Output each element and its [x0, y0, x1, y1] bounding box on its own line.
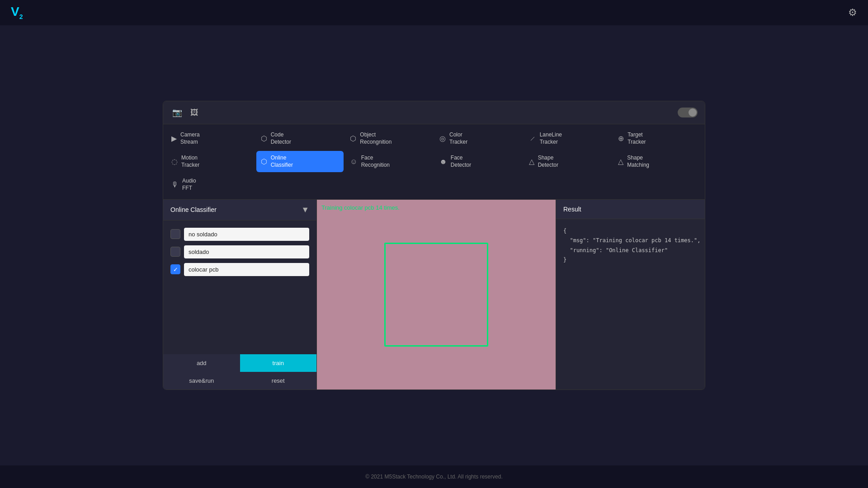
object-recognition-icon: ⬡	[350, 134, 356, 143]
nav-label-laneline-2: Tracker	[540, 139, 562, 146]
left-panel: Online Classifier ▼	[163, 200, 317, 389]
classifier-checkbox-3[interactable]	[170, 264, 180, 274]
panel-collapse-icon[interactable]: ▼	[301, 205, 309, 215]
nav-label-motion-2: Tracker	[181, 162, 199, 169]
target-tracker-icon: ⊕	[618, 134, 624, 143]
main-content: 📷 🖼 ▶ Camera Stream ⬡ Code Detector	[0, 25, 868, 465]
nav-item-online-classifier[interactable]: ⬡ Online Classifier	[256, 151, 344, 172]
nav-item-shape-detector[interactable]: △ Shape Detector	[524, 151, 612, 172]
face-detector-icon: ☻	[439, 158, 447, 166]
topbar: V2 ⚙	[0, 0, 868, 25]
shape-detector-icon: △	[529, 157, 534, 166]
nav-label-online-2: Classifier	[271, 162, 293, 169]
laneline-tracker-icon: ⟋	[529, 135, 536, 143]
nav-label-target-2: Tracker	[627, 139, 646, 146]
nav-item-object-recognition[interactable]: ⬡ Object Recongnition	[345, 128, 433, 149]
body-area: Online Classifier ▼	[163, 200, 705, 389]
image-gallery-button[interactable]: 🖼	[189, 106, 200, 119]
training-message: Training colocar pcb 14 times.	[321, 204, 400, 211]
nav-label-color-2: Tracker	[449, 139, 467, 146]
result-body: { "msg": "Training colocar pcb 14 times.…	[556, 219, 705, 389]
nav-item-shape-matching[interactable]: △ Shape Matching	[613, 151, 701, 172]
detection-rect	[384, 243, 488, 347]
camera-stream-icon: ▶	[171, 134, 177, 143]
classifier-input-2[interactable]	[184, 245, 309, 258]
classifier-input-3[interactable]	[184, 263, 309, 276]
nav-label-color-1: Color	[449, 131, 467, 139]
nav-label-online-1: Online	[271, 155, 293, 162]
toolbar-icons: 📷 🖼	[170, 106, 200, 119]
reset-button[interactable]: reset	[240, 372, 317, 389]
nav-label-face-det-2: Detector	[451, 162, 471, 169]
result-panel: Result { "msg": "Training colocar pcb 14…	[556, 200, 705, 389]
train-button[interactable]: train	[240, 354, 317, 372]
add-button[interactable]: add	[163, 354, 240, 372]
online-classifier-icon: ⬡	[261, 157, 267, 166]
nav-label-object-2: Recongnition	[360, 139, 392, 146]
classifier-item-2	[170, 245, 309, 258]
nav-item-camera-stream[interactable]: ▶ Camera Stream	[167, 128, 255, 149]
nav-label-face-recog-2: Recognition	[361, 162, 390, 169]
nav-label-laneline-1: LaneLine	[540, 131, 562, 139]
logo-sub: 2	[19, 13, 23, 20]
nav-label-audio-2: FFT	[182, 185, 196, 192]
footer: © 2021 M5Stack Technology Co., Ltd. All …	[0, 465, 868, 488]
nav-label-shape-det-2: Detector	[538, 162, 558, 169]
window-toolbar: 📷 🖼	[163, 101, 705, 124]
nav-label-motion-1: Motion	[181, 155, 199, 162]
motion-tracker-icon: ◌	[171, 157, 178, 166]
nav-item-target-tracker[interactable]: ⊕ Target Tracker	[613, 128, 701, 149]
nav-label-shape-match-1: Shape	[627, 155, 649, 162]
footer-text: © 2021 M5Stack Technology Co., Ltd. All …	[365, 474, 502, 480]
nav-label-code-1: Code	[271, 131, 291, 139]
nav-item-face-detector[interactable]: ☻ Face Detector	[435, 151, 523, 172]
panel-buttons: add train save&run reset	[163, 354, 316, 389]
nav-item-color-tracker[interactable]: ◎ Color Tracker	[435, 128, 523, 149]
nav-item-audio-fft[interactable]: 🎙 Audio FFT	[167, 174, 255, 195]
settings-icon[interactable]: ⚙	[848, 7, 857, 19]
nav-label-face-recog-1: Face	[361, 155, 390, 162]
camera-capture-button[interactable]: 📷	[170, 106, 184, 119]
camera-area: Training colocar pcb 14 times.	[317, 200, 556, 389]
panel-header: Online Classifier ▼	[163, 200, 316, 221]
nav-label-shape-det-1: Shape	[538, 155, 558, 162]
result-title: Result	[563, 206, 581, 213]
result-json: { "msg": "Training colocar pcb 14 times.…	[563, 226, 698, 265]
nav-label-camera-stream-1: Camera	[180, 131, 200, 139]
classifier-item-1	[170, 228, 309, 241]
classifier-checkbox-2[interactable]	[170, 247, 180, 257]
nav-item-code-detector[interactable]: ⬡ Code Detector	[256, 128, 344, 149]
nav-label-code-2: Detector	[271, 139, 291, 146]
app-window: 📷 🖼 ▶ Camera Stream ⬡ Code Detector	[163, 101, 705, 390]
audio-fft-icon: 🎙	[171, 181, 179, 189]
color-tracker-icon: ◎	[439, 134, 446, 143]
panel-title: Online Classifier	[170, 206, 217, 213]
nav-label-target-1: Target	[627, 131, 646, 139]
nav-item-face-recognition[interactable]: ☺ Face Recognition	[345, 151, 433, 172]
power-toggle[interactable]	[678, 108, 698, 117]
code-detector-icon: ⬡	[261, 134, 267, 143]
nav-item-laneline-tracker[interactable]: ⟋ LaneLine Tracker	[524, 128, 612, 149]
classifier-checkbox-1[interactable]	[170, 229, 180, 239]
classifier-item-3	[170, 263, 309, 276]
classifier-list	[163, 221, 316, 354]
nav-label-shape-match-2: Matching	[627, 162, 649, 169]
nav-item-motion-tracker[interactable]: ◌ Motion Tracker	[167, 151, 255, 172]
result-header: Result	[556, 200, 705, 219]
app-logo: V2	[11, 5, 23, 20]
classifier-input-1[interactable]	[184, 228, 309, 241]
shape-matching-icon: △	[618, 157, 623, 166]
face-recognition-icon: ☺	[350, 158, 357, 166]
nav-label-object-1: Object	[360, 131, 392, 139]
nav-label-audio-1: Audio	[182, 178, 196, 185]
nav-label-camera-stream-2: Stream	[180, 139, 200, 146]
nav-menu: ▶ Camera Stream ⬡ Code Detector ⬡ Object…	[163, 124, 705, 200]
nav-label-face-det-1: Face	[451, 155, 471, 162]
saverun-button[interactable]: save&run	[163, 372, 240, 389]
